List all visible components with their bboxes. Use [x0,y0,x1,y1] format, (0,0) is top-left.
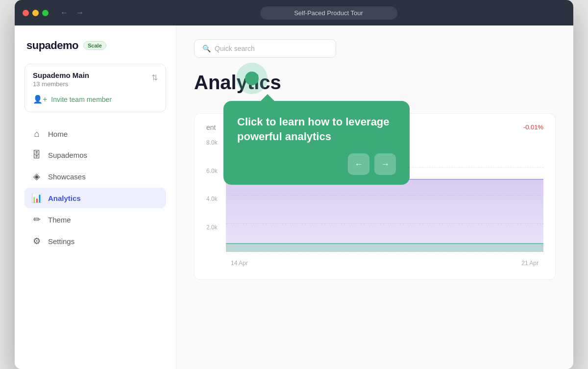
sidebar-item-home[interactable]: ⌂ Home [24,124,166,144]
sidebar-item-settings-label: Settings [48,237,74,246]
sidebar-item-theme-label: Theme [48,216,71,224]
sidebar-item-analytics-label: Analytics [48,194,81,202]
logo-area: supademo Scale [24,39,166,52]
workspace-info: Supademo Main 13 members [33,71,89,88]
analytics-icon: 📊 [31,193,42,203]
y-label-3: 6.0k [206,168,224,174]
tooltip-prev-button[interactable]: ← [348,153,369,175]
y-label-2: 4.0k [206,196,224,202]
tooltip-next-button[interactable]: → [374,153,396,175]
tooltip-text: Click to learn how to leverage powerful … [237,115,396,144]
chart-x-labels: 14 Apr 21 Apr [226,260,543,267]
sidebar: supademo Scale Supademo Main 13 members … [15,25,176,369]
forward-arrow[interactable]: → [74,6,86,19]
hotspot-dot [245,72,259,85]
workspace-header: Supademo Main 13 members ⇅ [33,71,158,88]
address-bar: Self-Paced Product Tour [92,6,565,20]
search-bar[interactable]: 🔍 Quick search [194,39,336,58]
scale-badge: Scale [83,41,106,50]
chart-y-labels: 2.0k 4.0k 6.0k 8.0k [206,139,224,252]
invite-icon: 👤+ [33,95,47,104]
sidebar-item-theme[interactable]: ✏ Theme [24,209,166,230]
close-button[interactable] [23,10,29,16]
sidebar-item-supademos-label: Supademos [48,151,87,159]
address-pill[interactable]: Self-Paced Product Tour [260,6,397,20]
tooltip-actions: ← → [237,153,396,175]
address-text: Self-Paced Product Tour [294,9,363,17]
x-label-2: 21 Apr [521,260,539,267]
browser-window: ← → Self-Paced Product Tour supademo Sca… [15,0,573,369]
fullscreen-button[interactable] [42,10,49,16]
main-content: 🔍 Quick search Analytics Click to learn … [176,25,573,369]
back-arrow[interactable]: ← [58,6,70,19]
chart-metric-value: -0.01% [523,123,543,131]
nav-section: ⌂ Home 🗄 Supademos ◈ Showcases 📊 Analyti… [24,124,166,251]
logo-text: supademo [26,39,78,52]
chart-metric-label: ent [206,123,216,131]
workspace-name: Supademo Main [33,71,89,79]
sidebar-item-home-label: Home [48,130,68,138]
chart-area-green [226,243,543,252]
x-label-1: 14 Apr [231,260,248,267]
home-icon: ⌂ [31,129,42,139]
sidebar-item-showcases-label: Showcases [48,172,86,181]
minimize-button[interactable] [32,10,39,16]
hotspot-area: Analytics Click to learn how to leverage… [194,72,281,105]
hotspot-ring[interactable] [236,63,268,94]
workspace-card: Supademo Main 13 members ⇅ 👤+ Invite tea… [24,64,166,112]
search-icon: 🔍 [202,45,211,52]
supademos-icon: 🗄 [31,150,42,160]
settings-icon: ⚙ [31,236,42,246]
tooltip-popup: Click to learn how to leverage powerful … [223,101,410,185]
search-placeholder: Quick search [215,45,255,52]
chart-area-purple [226,179,543,252]
traffic-lights [23,10,49,16]
y-label-4: 8.0k [206,139,224,146]
theme-icon: ✏ [31,214,42,225]
nav-arrows: ← → [58,6,86,19]
invite-team-member-button[interactable]: 👤+ Invite team member [33,94,158,105]
app-layout: supademo Scale Supademo Main 13 members … [15,25,573,369]
workspace-chevron-icon[interactable]: ⇅ [151,73,158,82]
sidebar-item-settings[interactable]: ⚙ Settings [24,231,166,251]
invite-label: Invite team member [51,96,112,103]
sidebar-item-analytics[interactable]: 📊 Analytics [24,188,166,208]
showcases-icon: ◈ [31,171,42,182]
sidebar-item-showcases[interactable]: ◈ Showcases [24,166,166,187]
workspace-members: 13 members [33,80,89,88]
browser-chrome: ← → Self-Paced Product Tour [15,0,573,25]
y-label-1: 2.0k [206,224,224,231]
sidebar-item-supademos[interactable]: 🗄 Supademos [24,145,166,165]
